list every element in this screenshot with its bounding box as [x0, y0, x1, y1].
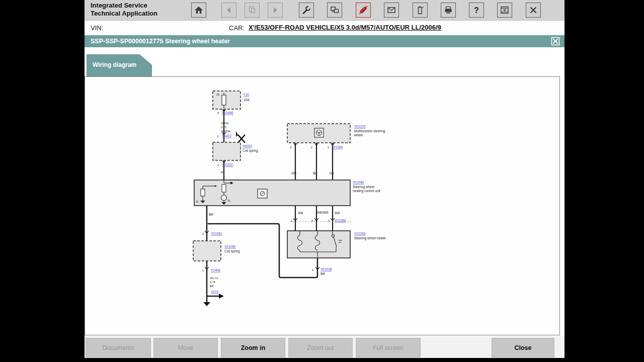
pin-number: 4	[312, 268, 314, 272]
document-history-button[interactable]	[245, 3, 260, 18]
ground-link[interactable]: X215	[211, 290, 219, 294]
wire-label: SW	[335, 211, 340, 215]
full-screen-button[interactable]: Full screen	[356, 338, 421, 357]
fuse-id-link[interactable]: F20	[244, 93, 250, 97]
coil-spring-upper-name: Coil spring	[243, 149, 258, 153]
connector-link[interactable]: X01031	[222, 163, 233, 166]
ground-branch-arrow	[219, 294, 224, 299]
connector-link[interactable]: X01038	[320, 267, 332, 271]
connection-broken-icon	[358, 5, 368, 15]
heater-box	[287, 231, 350, 258]
heater-link[interactable]: X01083	[354, 232, 366, 235]
wire-label: SW	[298, 211, 303, 215]
fuse-terminal: 15	[216, 93, 219, 96]
displays-button[interactable]	[327, 3, 342, 18]
mfsw-link[interactable]: X01029	[354, 125, 366, 128]
document-icon	[247, 5, 257, 15]
wire-label: GN/SW	[221, 130, 230, 133]
battery-icon	[415, 5, 425, 15]
svg-text:?: ?	[474, 6, 479, 15]
pin-number: 1	[328, 146, 330, 149]
battery-button[interactable]	[413, 3, 428, 18]
fuse-symbol-body	[222, 95, 226, 105]
control-unit-name-1: Steering wheel	[353, 185, 375, 189]
connector-link[interactable]: X4402	[222, 134, 231, 138]
vehicle-info-row: VIN: CAR: X'/E53/OFF-ROAD VEHICLE/X5 3.0…	[85, 21, 565, 35]
move-button[interactable]: Move	[153, 338, 218, 357]
top-toolbar: Integrated Service Technical Application	[85, 0, 565, 21]
document-close-button[interactable]	[551, 37, 560, 46]
terminal-31-label: 31	[227, 199, 230, 202]
tab-wiring-diagram[interactable]: Wiring diagram	[87, 54, 152, 76]
car-value: X'/E53/OFF-ROAD VEHICLE/X5 3.0d/M57/AUTO…	[249, 24, 441, 31]
app-window: Integrated Service Technical Application	[85, 0, 565, 358]
documents-button[interactable]: Documents	[86, 338, 151, 357]
wiring-diagram-panel: 15 F20 10A 9 X10486 15420 0.75 GN/SW 2 X…	[85, 76, 560, 335]
close-button[interactable]: Close	[492, 338, 554, 357]
zoom-out-button[interactable]: Zoom out	[288, 338, 353, 357]
footer-toolbar: Documents Move Zoom in Zoom out Full scr…	[85, 336, 565, 358]
pin-number: 2	[202, 232, 204, 235]
help-button[interactable]: ?	[469, 3, 484, 18]
forward-button[interactable]	[268, 3, 283, 18]
connection-status-button[interactable]	[356, 3, 371, 18]
app-title: Integrated Service Technical Application	[91, 2, 157, 18]
coil-spring-lower-name: Coil spring	[224, 249, 240, 253]
screen: Integrated Service Technical Application	[0, 0, 644, 362]
close-icon	[528, 5, 538, 15]
connector-link[interactable]: X01084	[332, 145, 343, 149]
wire-label: BR	[209, 213, 213, 216]
mail-icon	[386, 5, 396, 15]
coil-spring-upper-link[interactable]: X6030	[243, 144, 252, 148]
home-icon	[194, 5, 204, 15]
app-title-line2: Technical Application	[91, 10, 157, 18]
forward-icon	[270, 5, 280, 15]
mfsw-name-2: wheel	[354, 133, 363, 137]
wire-label: GN	[291, 171, 296, 175]
car-label: CAR:	[229, 24, 245, 32]
wire-label: SW/WS	[317, 211, 329, 214]
pin-number: 9	[217, 112, 219, 115]
close-document-icon	[551, 37, 560, 46]
pin-number: 1	[291, 219, 293, 222]
fuse-rating: 10A	[244, 98, 250, 102]
terminal-31-label: 31	[196, 200, 199, 203]
heater-name: Steering wheel heater	[354, 236, 386, 240]
pin-number: 2	[311, 219, 313, 222]
back-button[interactable]	[221, 3, 236, 18]
wire-label: 15420	[221, 122, 228, 125]
connector-link[interactable]: X1406	[211, 268, 220, 272]
printer-icon	[443, 5, 453, 15]
wire-label: 0.75	[221, 126, 226, 129]
connector-link[interactable]: X01084	[335, 219, 346, 222]
wire-label: GE	[330, 171, 335, 175]
connector-link[interactable]: X10486	[222, 111, 233, 115]
messages-button[interactable]	[384, 3, 399, 18]
control-unit-link[interactable]: X01082	[353, 180, 364, 184]
ground-symbol	[203, 302, 210, 306]
coil-spring-lower-link[interactable]: X01080	[224, 245, 236, 248]
back-icon	[224, 5, 234, 15]
mfsw-name-1: Multifunction steering	[354, 129, 385, 133]
wire-label: BR	[210, 285, 214, 288]
close-app-button[interactable]	[526, 3, 541, 18]
zoom-in-button[interactable]: Zoom in	[221, 338, 285, 357]
tab-label: Wiring diagram	[93, 61, 136, 68]
pin-number: 2	[217, 135, 219, 138]
wire-label: BR	[320, 272, 325, 276]
home-button[interactable]	[191, 3, 206, 18]
control-unit-icon	[258, 189, 267, 198]
control-unit-box	[194, 180, 350, 206]
app-title-line1: Integrated Service	[91, 2, 157, 10]
help-icon: ?	[471, 5, 481, 15]
steering-wheel-icon	[314, 128, 324, 137]
minimize-view-button[interactable]	[497, 3, 512, 18]
print-button[interactable]	[441, 3, 456, 18]
connector-link[interactable]: X01081	[211, 232, 222, 235]
pin-number: 1	[202, 269, 204, 272]
document-header: SSP-SSP-SP0000012775 Steering wheel heat…	[85, 35, 565, 47]
wire-label: RT	[221, 171, 225, 174]
wiring-diagram: 15 F20 10A 9 X10486 15420 0.75 GN/SW 2 X…	[85, 77, 559, 335]
workshop-tools-button[interactable]	[299, 3, 314, 18]
document-title: SSP-SSP-SP0000012775 Steering wheel heat…	[91, 38, 230, 45]
